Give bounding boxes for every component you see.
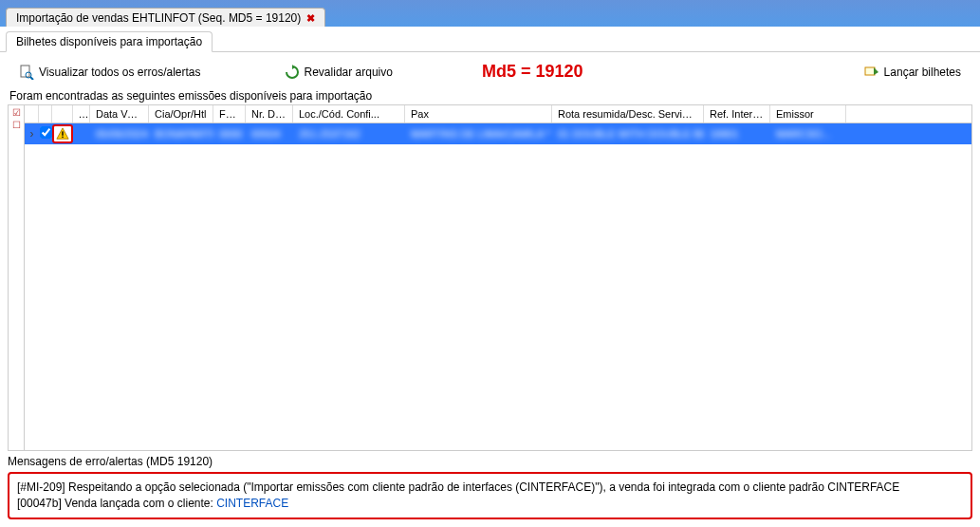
col-check[interactable] bbox=[39, 105, 52, 122]
warning-icon bbox=[56, 127, 69, 141]
revalidate-button[interactable]: Revalidar arquivo bbox=[281, 63, 397, 82]
expand-toggle[interactable]: › bbox=[25, 127, 39, 141]
cell-rota: 01 DOUBLE WITH DOUBLE BE... bbox=[552, 126, 704, 141]
ticket-icon bbox=[864, 65, 879, 80]
launch-button[interactable]: Lançar bilhetes bbox=[860, 63, 965, 82]
gutter-check-icon[interactable]: ☑ bbox=[12, 107, 21, 118]
messages-panel-label: Mensagens de erro/alertas (MD5 19120) bbox=[0, 451, 980, 470]
document-search-icon bbox=[19, 65, 34, 80]
col-expand[interactable] bbox=[25, 105, 39, 122]
section-found-label: Foram encontradas as seguintes emissões … bbox=[0, 87, 980, 104]
cell-form: 0000 bbox=[213, 126, 246, 141]
cell-emissor: MARCSO... bbox=[770, 126, 846, 141]
cell-pax: MARTINS DE LIMA/CAMILA * bbox=[405, 126, 552, 141]
window-title-tab: Importação de vendas EHTLINFOT (Seq. MD5… bbox=[6, 8, 325, 28]
grid-gutter: ☑ ☐ bbox=[9, 105, 25, 450]
refresh-icon bbox=[285, 65, 300, 80]
messages-box: [#MI-209] Respeitando a opção selecionad… bbox=[8, 472, 972, 519]
col-cia[interactable]: Cia/Opr/Htl bbox=[149, 105, 213, 122]
svg-rect-4 bbox=[62, 131, 63, 135]
svg-rect-5 bbox=[62, 137, 63, 138]
cell-cia: BONAPARTE bbox=[149, 126, 213, 141]
message-line-2: [00047b] Venda lançada com o cliente: CI… bbox=[17, 496, 963, 512]
grid-container: ☑ ☐ ... Data Venda Cia/Opr/Htl Form Nr. … bbox=[8, 104, 972, 451]
client-link[interactable]: CINTERFACE bbox=[216, 497, 288, 510]
cell-data-venda: 05/06/2024 bbox=[90, 126, 149, 141]
col-emissor[interactable]: Emissor bbox=[770, 105, 846, 122]
col-rota[interactable]: Rota resumida/Desc. Serviços bbox=[552, 105, 704, 122]
svg-rect-3 bbox=[865, 67, 875, 75]
col-data-venda[interactable]: Data Venda bbox=[90, 105, 149, 122]
col-status[interactable] bbox=[52, 105, 73, 122]
col-loc[interactable]: Loc./Cód. Confi... bbox=[293, 105, 405, 122]
col-ref[interactable]: Ref. Interf... bbox=[704, 105, 770, 122]
tab-bilhetes[interactable]: Bilhetes disponíveis para importação bbox=[6, 31, 213, 52]
table-row[interactable]: › 05/06/2024 BONAPARTE 0000 69504 251-25… bbox=[25, 123, 971, 144]
grid-body: › 05/06/2024 BONAPARTE 0000 69504 251-25… bbox=[25, 123, 971, 450]
window-title: Importação de vendas EHTLINFOT (Seq. MD5… bbox=[16, 11, 301, 25]
sub-tabbar: Bilhetes disponíveis para importação bbox=[0, 27, 980, 52]
toolbar: Visualizar todos os erros/alertas Revali… bbox=[0, 52, 980, 87]
row-checkbox[interactable] bbox=[39, 126, 52, 141]
col-pax[interactable]: Pax bbox=[405, 105, 552, 122]
col-form[interactable]: Form bbox=[213, 105, 246, 122]
svg-rect-0 bbox=[21, 66, 29, 77]
close-icon[interactable]: ✖ bbox=[306, 12, 315, 25]
message-line-1: [#MI-209] Respeitando a opção selecionad… bbox=[17, 480, 963, 496]
cell-ref: 18801 bbox=[704, 126, 770, 141]
warning-highlight bbox=[52, 124, 73, 143]
window-titlebar: Importação de vendas EHTLINFOT (Seq. MD5… bbox=[0, 0, 980, 27]
cell-nr-doc: 69504 bbox=[246, 126, 293, 141]
svg-line-2 bbox=[30, 77, 33, 80]
col-nr-doc[interactable]: Nr. Doc. bbox=[246, 105, 293, 122]
col-dots[interactable]: ... bbox=[73, 105, 90, 122]
cell-dots bbox=[73, 132, 90, 136]
grid-header: ... Data Venda Cia/Opr/Htl Form Nr. Doc.… bbox=[25, 105, 971, 123]
gutter-uncheck-icon[interactable]: ☐ bbox=[12, 120, 21, 130]
md5-label: Md5 = 19120 bbox=[482, 62, 583, 82]
view-errors-button[interactable]: Visualizar todos os erros/alertas bbox=[15, 63, 205, 82]
row-status bbox=[52, 124, 73, 143]
cell-loc: 251-2537162 bbox=[293, 126, 405, 141]
